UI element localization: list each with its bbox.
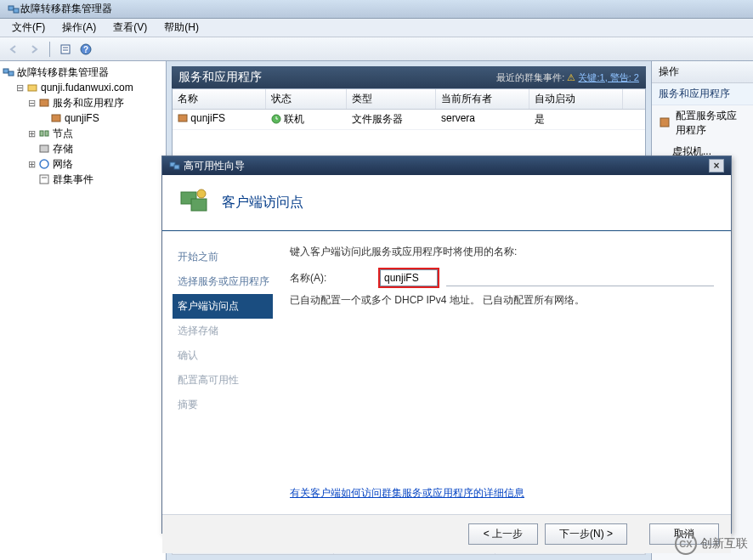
tree-nodes[interactable]: ⊞ 节点 <box>2 126 164 141</box>
svg-rect-9 <box>28 85 37 91</box>
tree-root-label: 故障转移群集管理器 <box>15 65 109 80</box>
nav-confirm: 确认 <box>174 343 273 368</box>
window-title: 故障转移群集管理器 <box>20 2 112 16</box>
tree-nodes-label: 节点 <box>51 127 73 141</box>
svg-rect-10 <box>40 99 48 106</box>
tree-events-label: 群集事件 <box>51 173 93 187</box>
svg-rect-24 <box>191 199 207 211</box>
cell-autostart: 是 <box>529 110 623 129</box>
tree-events[interactable]: 群集事件 <box>2 172 164 187</box>
tree-networks-label: 网络 <box>51 157 73 172</box>
col-status[interactable]: 状态 <box>266 89 347 109</box>
recent-events-label: 最近的群集事件: <box>496 72 564 82</box>
next-button[interactable]: 下一步(N) > <box>545 523 627 545</box>
nav-before[interactable]: 开始之前 <box>174 245 273 269</box>
svg-rect-11 <box>52 115 60 122</box>
cluster-mgr-icon <box>2 65 15 79</box>
svg-rect-1 <box>14 8 19 13</box>
wizard-footer: < 上一步 下一步(N) > 取消 <box>162 514 731 553</box>
actions-heading: 操作 <box>652 61 753 83</box>
svg-text:?: ? <box>83 45 88 54</box>
wizard-heading: 客户端访问点 <box>222 194 303 212</box>
properties-icon[interactable] <box>57 41 74 58</box>
svg-rect-8 <box>8 71 14 76</box>
menu-bar: 文件(F) 操作(A) 查看(V) 帮助(H) <box>0 19 753 37</box>
help-link[interactable]: 有关客户端如何访问群集服务或应用程序的详细信息 <box>290 487 524 499</box>
back-button[interactable]: < 上一步 <box>468 523 538 545</box>
nodes-icon <box>37 127 51 140</box>
online-icon <box>271 113 281 125</box>
action-configure[interactable]: 配置服务或应用程序 <box>652 105 753 141</box>
nav-summary: 摘要 <box>174 393 273 417</box>
wizard-nav: 开始之前 选择服务或应用程序 客户端访问点 选择存储 确认 配置高可用性 摘要 <box>162 231 273 514</box>
nav-configure: 配置高可用性 <box>174 368 273 393</box>
high-availability-wizard: 高可用性向导 × 客户端访问点 开始之前 选择服务或应用程序 客户端访问点 选择… <box>161 156 732 534</box>
col-owner[interactable]: 当前所有者 <box>436 89 529 109</box>
minus-icon[interactable]: ⊟ <box>25 98 37 109</box>
tree-networks[interactable]: ⊞ 网络 <box>2 156 164 172</box>
cell-owner: servera <box>436 110 529 129</box>
svg-rect-14 <box>40 145 48 152</box>
tree-cluster[interactable]: ⊟ qunji.fudanwuxi.com <box>2 80 164 95</box>
svg-rect-16 <box>40 175 48 184</box>
recent-events: 最近的群集事件: ⚠ 关键:1, 警告: 2 <box>496 71 639 84</box>
col-type[interactable]: 类型 <box>347 89 436 109</box>
events-icon <box>37 173 51 186</box>
toolbar: ? <box>0 37 753 61</box>
prompt-text: 键入客户端访问此服务或应用程序时将使用的名称: <box>290 245 714 259</box>
svg-rect-12 <box>40 131 43 136</box>
wizard-icon <box>169 160 181 172</box>
nav-storage: 选择存储 <box>174 319 273 343</box>
storage-icon <box>37 142 51 156</box>
recent-events-link[interactable]: 关键:1, 警告: 2 <box>578 72 639 82</box>
toolbar-separator <box>49 42 50 57</box>
navigation-tree: 故障转移群集管理器 ⊟ qunji.fudanwuxi.com ⊟ 服务和应用程… <box>0 61 167 560</box>
actions-subheading: 服务和应用程序 <box>652 83 753 105</box>
cell-name: qunjiFS <box>173 110 266 129</box>
watermark: CX 创新互联 <box>675 533 748 555</box>
nav-select[interactable]: 选择服务或应用程序 <box>174 269 273 294</box>
services-grid: 名称 状态 类型 当前所有者 自动启动 qunjiFS 联机 文件服务器 ser… <box>172 88 646 156</box>
tree-qunjifs[interactable]: qunjiFS <box>2 110 164 126</box>
col-name[interactable]: 名称 <box>173 89 266 109</box>
menu-view[interactable]: 查看(V) <box>105 19 156 37</box>
panel-title: 服务和应用程序 <box>178 70 262 85</box>
wizard-title: 高可用性向导 <box>184 160 245 172</box>
wizard-banner-icon <box>178 185 212 220</box>
wizard-icon <box>659 116 671 131</box>
svg-rect-7 <box>3 69 8 73</box>
close-button[interactable]: × <box>709 159 724 173</box>
tree-cluster-label: qunji.fudanwuxi.com <box>39 82 133 93</box>
svg-rect-13 <box>45 131 48 136</box>
help-icon[interactable]: ? <box>77 41 94 58</box>
menu-file[interactable]: 文件(F) <box>3 19 54 37</box>
svg-point-15 <box>40 160 48 168</box>
tree-storage[interactable]: 存储 <box>2 141 164 156</box>
wizard-titlebar[interactable]: 高可用性向导 × <box>162 156 731 175</box>
col-autostart[interactable]: 自动启动 <box>529 89 623 109</box>
services-icon <box>37 96 51 110</box>
window-titlebar: 故障转移群集管理器 <box>0 0 753 19</box>
cell-status: 联机 <box>266 110 347 129</box>
watermark-text: 创新互联 <box>700 536 748 552</box>
plus-icon[interactable]: ⊞ <box>25 159 37 170</box>
menu-action[interactable]: 操作(A) <box>54 19 105 37</box>
tree-qunjifs-label: qunjiFS <box>63 112 99 124</box>
nav-cap[interactable]: 客户端访问点 <box>173 294 273 319</box>
svg-rect-2 <box>61 45 70 54</box>
plus-icon[interactable]: ⊞ <box>25 128 37 139</box>
table-row[interactable]: qunjiFS 联机 文件服务器 servera 是 <box>173 110 645 130</box>
svg-rect-18 <box>178 115 187 122</box>
tree-root[interactable]: 故障转移群集管理器 <box>2 65 164 80</box>
name-input[interactable] <box>380 269 438 286</box>
svg-point-25 <box>197 189 206 198</box>
app-item-icon <box>49 111 63 125</box>
dhcp-text: 已自动配置一个或多个 DHCP IPv4 地址。 已自动配置所有网络。 <box>290 293 714 308</box>
minus-icon[interactable]: ⊟ <box>14 82 25 93</box>
warning-icon: ⚠ <box>567 72 575 82</box>
nav-back-icon <box>5 41 22 58</box>
menu-help[interactable]: 帮助(H) <box>156 19 207 37</box>
svg-rect-0 <box>8 6 14 10</box>
tree-services[interactable]: ⊟ 服务和应用程序 <box>2 95 164 110</box>
svg-rect-20 <box>660 118 669 127</box>
